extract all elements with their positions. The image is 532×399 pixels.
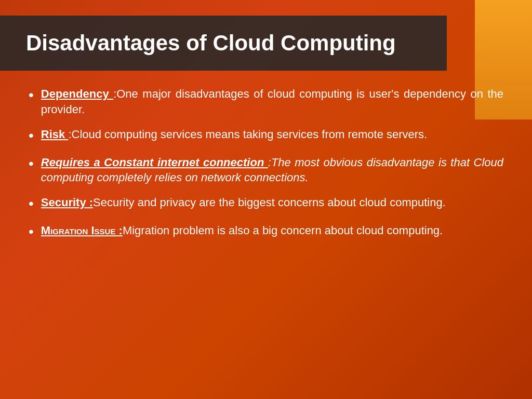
slide: Disadvantages of Cloud Computing • Depen… [0,0,532,399]
list-item: • Dependency :One major disadvantages of… [29,86,503,117]
title-bar: Disadvantages of Cloud Computing [0,16,447,71]
term-internet: Requires a Constant internet connection [41,156,268,169]
desc-security: Security and privacy are the biggest con… [93,196,446,209]
term-security: Security : [41,196,93,209]
list-item: • Risk :Cloud computing services means t… [29,127,503,145]
bullet-content-risk: Risk :Cloud computing services means tak… [41,127,503,142]
term-risk: Risk [41,128,69,141]
term-migration: Migration Issue : [41,224,123,237]
desc-migration: Migration problem is also a big concern … [123,224,443,237]
bullet-content-security: Security :Security and privacy are the b… [41,195,503,210]
bullet-content-internet: Requires a Constant internet connection … [41,155,503,185]
slide-content: • Dependency :One major disadvantages of… [0,71,532,399]
bullet-dot: • [29,222,34,242]
slide-title: Disadvantages of Cloud Computing [26,30,426,56]
bullet-list: • Dependency :One major disadvantages of… [29,86,503,241]
bullet-dot: • [29,194,34,214]
bullet-dot: • [29,85,34,105]
bullet-content-migration: Migration Issue :Migration problem is al… [41,223,503,238]
list-item: • Security :Security and privacy are the… [29,195,503,214]
list-item: • Requires a Constant internet connectio… [29,155,503,185]
term-dependency: Dependency [41,87,113,100]
list-item: • Migration Issue :Migration problem is … [29,223,503,242]
bullet-content-dependency: Dependency :One major disadvantages of c… [41,86,503,117]
bullet-dot: • [29,154,34,174]
desc-risk: :Cloud computing services means taking s… [68,128,427,141]
bullet-dot: • [29,126,34,145]
